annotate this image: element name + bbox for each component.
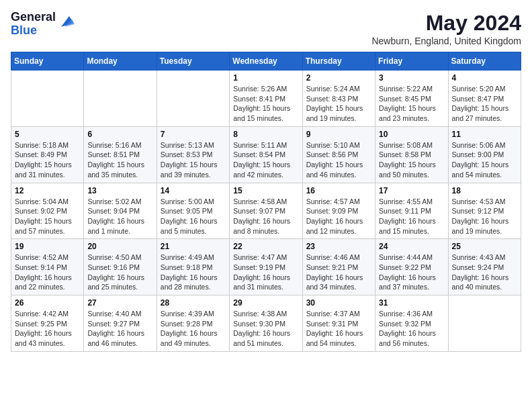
day-info: Sunrise: 4:57 AM Sunset: 9:09 PM Dayligh…: [306, 197, 371, 236]
logo-blue: Blue: [11, 24, 56, 38]
calendar-cell: 12Sunrise: 5:04 AM Sunset: 9:02 PM Dayli…: [11, 183, 84, 239]
calendar-cell: 26Sunrise: 4:42 AM Sunset: 9:25 PM Dayli…: [11, 295, 84, 352]
day-info: Sunrise: 4:42 AM Sunset: 9:25 PM Dayligh…: [15, 309, 80, 349]
calendar-week-5: 26Sunrise: 4:42 AM Sunset: 9:25 PM Dayli…: [11, 295, 521, 352]
day-info: Sunrise: 5:02 AM Sunset: 9:04 PM Dayligh…: [87, 197, 152, 236]
calendar-cell: 16Sunrise: 4:57 AM Sunset: 9:09 PM Dayli…: [302, 183, 375, 239]
page-header: General Blue May 2024 Newburn, England, …: [11, 11, 521, 46]
day-number: 21: [161, 242, 226, 251]
header-friday: Friday: [375, 52, 448, 71]
calendar-cell: 8Sunrise: 5:11 AM Sunset: 8:54 PM Daylig…: [230, 126, 302, 183]
header-sunday: Sunday: [11, 52, 84, 71]
day-info: Sunrise: 5:26 AM Sunset: 8:41 PM Dayligh…: [233, 84, 298, 124]
day-info: Sunrise: 4:39 AM Sunset: 9:28 PM Dayligh…: [161, 309, 226, 349]
calendar-cell: 3Sunrise: 5:22 AM Sunset: 8:45 PM Daylig…: [375, 71, 448, 127]
day-number: 2: [306, 73, 371, 83]
day-info: Sunrise: 5:13 AM Sunset: 8:53 PM Dayligh…: [161, 140, 226, 180]
calendar-cell: 2Sunrise: 5:24 AM Sunset: 8:43 PM Daylig…: [302, 71, 375, 127]
calendar-cell: 14Sunrise: 5:00 AM Sunset: 9:05 PM Dayli…: [157, 183, 229, 239]
day-number: 18: [452, 186, 517, 195]
day-number: 28: [161, 298, 226, 308]
day-info: Sunrise: 4:52 AM Sunset: 9:14 PM Dayligh…: [15, 253, 80, 292]
calendar-cell: 31Sunrise: 4:36 AM Sunset: 9:32 PM Dayli…: [375, 295, 448, 352]
calendar-cell: 10Sunrise: 5:08 AM Sunset: 8:58 PM Dayli…: [375, 126, 448, 183]
day-number: 23: [306, 242, 371, 251]
day-number: 25: [452, 242, 517, 251]
day-info: Sunrise: 5:11 AM Sunset: 8:54 PM Dayligh…: [233, 140, 298, 180]
calendar-week-4: 19Sunrise: 4:52 AM Sunset: 9:14 PM Dayli…: [11, 239, 521, 295]
day-number: 24: [379, 242, 444, 251]
day-number: 7: [161, 130, 226, 139]
day-info: Sunrise: 5:08 AM Sunset: 8:58 PM Dayligh…: [379, 140, 444, 180]
day-info: Sunrise: 4:43 AM Sunset: 9:24 PM Dayligh…: [452, 253, 517, 292]
header-saturday: Saturday: [448, 52, 521, 71]
calendar-cell: [448, 295, 521, 352]
calendar-cell: 23Sunrise: 4:46 AM Sunset: 9:21 PM Dayli…: [302, 239, 375, 295]
calendar-cell: 17Sunrise: 4:55 AM Sunset: 9:11 PM Dayli…: [375, 183, 448, 239]
logo-general: General: [11, 11, 56, 24]
day-info: Sunrise: 4:40 AM Sunset: 9:27 PM Dayligh…: [87, 309, 152, 349]
day-info: Sunrise: 4:46 AM Sunset: 9:21 PM Dayligh…: [306, 253, 371, 292]
calendar-cell: 20Sunrise: 4:50 AM Sunset: 9:16 PM Dayli…: [84, 239, 157, 295]
day-info: Sunrise: 4:49 AM Sunset: 9:18 PM Dayligh…: [161, 253, 226, 292]
calendar-cell: 5Sunrise: 5:18 AM Sunset: 8:49 PM Daylig…: [11, 126, 84, 183]
day-number: 15: [233, 186, 298, 195]
calendar-week-2: 5Sunrise: 5:18 AM Sunset: 8:49 PM Daylig…: [11, 126, 521, 183]
calendar-cell: 6Sunrise: 5:16 AM Sunset: 8:51 PM Daylig…: [84, 126, 157, 183]
calendar-cell: 22Sunrise: 4:47 AM Sunset: 9:19 PM Dayli…: [230, 239, 302, 295]
calendar-cell: [157, 71, 229, 127]
day-info: Sunrise: 5:00 AM Sunset: 9:05 PM Dayligh…: [161, 197, 226, 236]
day-info: Sunrise: 5:10 AM Sunset: 8:56 PM Dayligh…: [306, 140, 371, 180]
day-info: Sunrise: 5:18 AM Sunset: 8:49 PM Dayligh…: [15, 140, 80, 180]
header-wednesday: Wednesday: [230, 52, 302, 71]
day-number: 10: [379, 130, 444, 139]
day-info: Sunrise: 4:53 AM Sunset: 9:12 PM Dayligh…: [452, 197, 517, 236]
month-title: May 2024: [371, 11, 521, 36]
header-monday: Monday: [84, 52, 157, 71]
day-info: Sunrise: 4:37 AM Sunset: 9:31 PM Dayligh…: [306, 309, 371, 349]
calendar-cell: 15Sunrise: 4:58 AM Sunset: 9:07 PM Dayli…: [230, 183, 302, 239]
day-number: 5: [15, 130, 80, 139]
calendar-table: Sunday Monday Tuesday Wednesday Thursday…: [11, 52, 521, 352]
logo: General Blue: [11, 11, 75, 38]
day-number: 20: [87, 242, 152, 251]
calendar-cell: 28Sunrise: 4:39 AM Sunset: 9:28 PM Dayli…: [157, 295, 229, 352]
day-info: Sunrise: 5:24 AM Sunset: 8:43 PM Dayligh…: [306, 84, 371, 124]
calendar-cell: 19Sunrise: 4:52 AM Sunset: 9:14 PM Dayli…: [11, 239, 84, 295]
day-info: Sunrise: 5:04 AM Sunset: 9:02 PM Dayligh…: [15, 197, 80, 236]
calendar-body: 1Sunrise: 5:26 AM Sunset: 8:41 PM Daylig…: [11, 71, 521, 352]
day-number: 12: [15, 186, 80, 195]
day-info: Sunrise: 4:58 AM Sunset: 9:07 PM Dayligh…: [233, 197, 298, 236]
header-row: Sunday Monday Tuesday Wednesday Thursday…: [11, 52, 521, 71]
day-info: Sunrise: 5:06 AM Sunset: 9:00 PM Dayligh…: [452, 140, 517, 180]
calendar-cell: 30Sunrise: 4:37 AM Sunset: 9:31 PM Dayli…: [302, 295, 375, 352]
day-info: Sunrise: 4:38 AM Sunset: 9:30 PM Dayligh…: [233, 309, 298, 349]
day-info: Sunrise: 5:20 AM Sunset: 8:47 PM Dayligh…: [452, 84, 517, 124]
day-number: 17: [379, 186, 444, 195]
header-tuesday: Tuesday: [157, 52, 229, 71]
calendar-cell: 9Sunrise: 5:10 AM Sunset: 8:56 PM Daylig…: [302, 126, 375, 183]
calendar-cell: 13Sunrise: 5:02 AM Sunset: 9:04 PM Dayli…: [84, 183, 157, 239]
day-number: 8: [233, 130, 298, 139]
title-section: May 2024 Newburn, England, United Kingdo…: [371, 11, 521, 46]
day-number: 9: [306, 130, 371, 139]
day-number: 14: [161, 186, 226, 195]
day-number: 29: [233, 298, 298, 308]
calendar-cell: 18Sunrise: 4:53 AM Sunset: 9:12 PM Dayli…: [448, 183, 521, 239]
day-info: Sunrise: 4:55 AM Sunset: 9:11 PM Dayligh…: [379, 197, 444, 236]
day-number: 27: [87, 298, 152, 308]
day-number: 1: [233, 73, 298, 83]
calendar-cell: 24Sunrise: 4:44 AM Sunset: 9:22 PM Dayli…: [375, 239, 448, 295]
calendar-cell: 4Sunrise: 5:20 AM Sunset: 8:47 PM Daylig…: [448, 71, 521, 127]
day-number: 31: [379, 298, 444, 308]
day-number: 6: [87, 130, 152, 139]
calendar-cell: [11, 71, 84, 127]
logo-icon: [58, 13, 75, 30]
day-info: Sunrise: 4:47 AM Sunset: 9:19 PM Dayligh…: [233, 253, 298, 292]
calendar-week-1: 1Sunrise: 5:26 AM Sunset: 8:41 PM Daylig…: [11, 71, 521, 127]
day-info: Sunrise: 4:50 AM Sunset: 9:16 PM Dayligh…: [87, 253, 152, 292]
calendar-cell: 25Sunrise: 4:43 AM Sunset: 9:24 PM Dayli…: [448, 239, 521, 295]
day-info: Sunrise: 4:44 AM Sunset: 9:22 PM Dayligh…: [379, 253, 444, 292]
day-number: 16: [306, 186, 371, 195]
calendar-week-3: 12Sunrise: 5:04 AM Sunset: 9:02 PM Dayli…: [11, 183, 521, 239]
